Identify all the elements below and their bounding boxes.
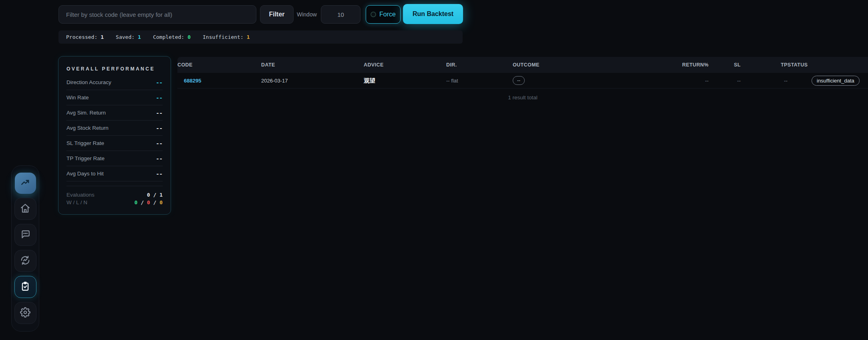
metric-direction-accuracy: Direction Accuracy --: [66, 75, 163, 90]
column-code: CODE: [177, 62, 261, 68]
clipboard-check-icon: [20, 281, 30, 293]
panel-footer: Evaluations 0 / 1 W / L / N 0 / 0 / 0: [66, 186, 163, 206]
column-tp: TP: [741, 62, 787, 68]
results-count: 1 result total: [177, 95, 868, 101]
status-saved: Saved: 1: [116, 34, 141, 40]
metric-win-rate: Win Rate --: [66, 90, 163, 105]
direction-cell: -- flat: [446, 78, 513, 84]
sidebar-item-backtest[interactable]: [14, 276, 36, 298]
status-bar: Processed: 1 Saved: 1 Completed: 0 Insuf…: [58, 30, 463, 44]
sidebar-item-home[interactable]: [14, 198, 36, 220]
stock-code-link[interactable]: 688295: [177, 78, 261, 84]
gear-icon: [20, 307, 30, 319]
stock-filter-input[interactable]: [58, 5, 256, 24]
metric-avg-days-to-hit: Avg Days to Hit --: [66, 166, 163, 181]
table-header: CODE DATE ADVICE DIR. OUTCOME RETURN% SL…: [177, 57, 868, 73]
column-sl: SL: [709, 62, 741, 68]
sidebar-item-settings[interactable]: [14, 302, 36, 324]
sidebar-item-activity[interactable]: [14, 250, 36, 272]
metric-sl-trigger-rate: SL Trigger Rate --: [66, 136, 163, 151]
table-row[interactable]: 688295 2026-03-17 观望 -- flat -- -- -- --…: [177, 73, 868, 89]
column-status: STATUS: [787, 62, 868, 68]
refresh-activity-icon: [20, 255, 30, 267]
trending-up-icon: [20, 177, 30, 189]
column-outcome: OUTCOME: [513, 62, 588, 68]
column-date: DATE: [261, 62, 364, 68]
window-label: Window: [297, 5, 317, 24]
performance-panel: OVERALL PERFORMANCE Direction Accuracy -…: [58, 56, 171, 215]
filter-button[interactable]: Filter: [260, 5, 294, 24]
run-backtest-button[interactable]: Run Backtest: [403, 4, 463, 24]
column-dir: DIR.: [446, 62, 513, 68]
status-completed: Completed: 0: [153, 34, 191, 40]
advice-cell: 观望: [364, 77, 446, 84]
status-cell: insufficient_data: [787, 76, 868, 86]
metric-avg-stock-return: Avg Stock Return --: [66, 121, 163, 136]
panel-title: OVERALL PERFORMANCE: [66, 66, 163, 72]
return-cell: --: [588, 78, 709, 84]
date-cell: 2026-03-17: [261, 78, 364, 84]
metric-tp-trigger-rate: TP Trigger Rate --: [66, 151, 163, 166]
status-processed: Processed: 1: [66, 34, 104, 40]
status-insufficient: Insufficient: 1: [203, 34, 250, 40]
wln-values: 0 / 0 / 0: [135, 199, 163, 206]
force-radio-icon: [371, 12, 376, 17]
outcome-badge: --: [513, 76, 525, 85]
metric-avg-sim-return: Avg Sim. Return --: [66, 105, 163, 121]
results-table: CODE DATE ADVICE DIR. OUTCOME RETURN% SL…: [177, 57, 868, 101]
force-label: Force: [379, 11, 396, 18]
sidebar-item-trend[interactable]: [15, 173, 36, 194]
sidebar: [11, 165, 39, 332]
chat-bubble-icon: [20, 229, 30, 241]
status-badge: insufficient_data: [812, 76, 860, 86]
column-advice: ADVICE: [364, 62, 446, 68]
outcome-cell: --: [513, 76, 588, 85]
column-return: RETURN%: [588, 62, 709, 68]
home-icon: [20, 203, 30, 215]
force-toggle-button[interactable]: Force: [366, 5, 401, 24]
evaluations-line: Evaluations 0 / 1: [66, 191, 163, 199]
tp-cell: --: [741, 78, 787, 84]
window-size-input[interactable]: [321, 5, 360, 24]
wln-line: W / L / N 0 / 0 / 0: [66, 199, 163, 206]
sl-cell: --: [709, 78, 741, 84]
sidebar-item-chat[interactable]: [14, 224, 36, 246]
